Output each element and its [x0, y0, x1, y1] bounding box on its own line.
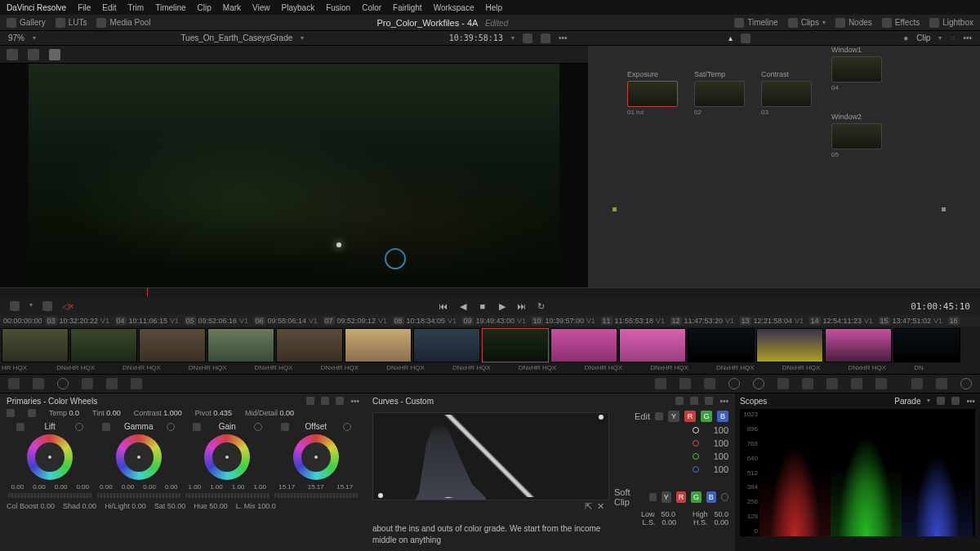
camera-raw-icon[interactable]	[8, 378, 20, 389]
clip-thumb[interactable]	[688, 328, 755, 362]
clip-thumb[interactable]	[2, 328, 69, 362]
node-graph[interactable]: Exposure01 hdSat/Temp02 Contrast03 Windo…	[588, 46, 980, 287]
timecode-display[interactable]: 10:39:58:13	[449, 33, 503, 42]
link-channels-icon[interactable]	[655, 412, 663, 420]
toggle-lightbox[interactable]: Lightbox	[929, 18, 973, 28]
channel-y-button[interactable]: Y	[668, 411, 679, 422]
clip-thumb[interactable]	[70, 328, 137, 362]
windows-icon[interactable]	[728, 378, 740, 389]
param-hue[interactable]: Hue 50.00	[194, 502, 228, 510]
menu-trim[interactable]: Trim	[128, 3, 145, 12]
picker-icon[interactable]	[193, 423, 201, 431]
wheel-gamma[interactable]: Gamma0.000.000.000.00	[96, 422, 183, 500]
play-reverse-button[interactable]: ◀	[458, 301, 468, 311]
color-match-icon[interactable]	[33, 378, 44, 389]
intensity-row[interactable]: 100	[614, 464, 728, 474]
softclip-g-button[interactable]: G	[691, 491, 701, 503]
mute-icon[interactable]: ◁×	[62, 301, 74, 312]
clip-name[interactable]: Tues_On_Earth_CaseysGrade	[180, 33, 292, 42]
param-temp[interactable]: Temp 0.0	[49, 409, 79, 417]
reset-icon[interactable]	[75, 423, 83, 431]
qualifier-icon[interactable]	[704, 378, 715, 389]
keyframes-icon[interactable]	[911, 378, 923, 389]
motion-effects-icon[interactable]	[131, 378, 142, 389]
toggle-mediapool[interactable]: Media Pool	[96, 18, 150, 28]
scopes-layout-icon[interactable]	[937, 397, 945, 405]
menu-fusion[interactable]: Fusion	[326, 3, 350, 12]
blur-icon[interactable]	[802, 378, 813, 389]
toggle-luts[interactable]: LUTs	[56, 18, 87, 28]
menu-playback[interactable]: Playback	[282, 3, 315, 12]
clip-thumb[interactable]	[550, 328, 617, 362]
magic-mask-icon[interactable]	[777, 378, 789, 389]
intensity-row[interactable]: 100	[614, 425, 728, 435]
menu-color[interactable]: Color	[362, 3, 381, 12]
node-05[interactable]: Window205	[831, 113, 882, 158]
bars-mode-icon[interactable]	[321, 397, 329, 405]
softclip-reset-icon[interactable]	[721, 493, 728, 501]
param-tint[interactable]: Tint 0.00	[92, 409, 121, 417]
split-screen-icon[interactable]	[42, 301, 52, 311]
param-hilight[interactable]: Hi/Light 0.00	[105, 502, 146, 510]
node-03[interactable]: Contrast03	[761, 70, 812, 116]
window-tool-icon[interactable]	[28, 49, 39, 60]
wheel-gain[interactable]: Gain1.001.001.001.00	[184, 422, 271, 500]
channel-g-button[interactable]: G	[701, 411, 712, 422]
log-mode-icon[interactable]	[336, 397, 344, 405]
wheel-lift[interactable]: Lift0.000.000.000.00	[7, 422, 94, 500]
hdr-wheels-icon[interactable]	[82, 378, 93, 389]
menu-timeline[interactable]: Timeline	[155, 3, 185, 12]
menu-file[interactable]: File	[78, 3, 91, 12]
scopes-expand-icon[interactable]	[951, 397, 960, 405]
menu-clip[interactable]: Clip	[198, 3, 212, 12]
clip-thumb[interactable]	[482, 328, 549, 362]
stop-button[interactable]: ■	[478, 301, 488, 311]
clip-thumb[interactable]	[139, 328, 206, 362]
menu-mark[interactable]: Mark	[223, 3, 241, 12]
picker-icon[interactable]	[16, 423, 24, 431]
param-colboost[interactable]: Col Boost 0.00	[7, 502, 55, 510]
node-04[interactable]: Window104	[831, 46, 882, 91]
loop-icon[interactable]	[523, 33, 532, 43]
graph-input-icon[interactable]	[612, 207, 617, 211]
color-warper-icon[interactable]	[679, 378, 691, 389]
clip-thumb[interactable]	[276, 328, 343, 362]
reset-icon[interactable]	[343, 423, 351, 431]
menu-view[interactable]: View	[252, 3, 270, 12]
clip-thumb[interactable]	[345, 328, 412, 362]
channel-b-button[interactable]: B	[717, 411, 728, 422]
awb-icon[interactable]	[28, 409, 36, 417]
rgb-mixer-icon[interactable]	[106, 378, 118, 389]
param-sat[interactable]: Sat 50.00	[154, 502, 186, 510]
picker-icon[interactable]	[102, 423, 110, 431]
loop-button[interactable]: ↻	[537, 301, 546, 311]
menu-app[interactable]: DaVinci Resolve	[7, 3, 66, 12]
popout-icon[interactable]: ⇱	[585, 501, 592, 512]
link-softclip-icon[interactable]	[649, 493, 657, 501]
close-icon[interactable]: ✕	[597, 501, 604, 512]
clip-thumb[interactable]	[413, 328, 480, 362]
3d-icon[interactable]	[875, 378, 887, 389]
param-pivot[interactable]: Pivot 0.435	[195, 409, 232, 417]
clip-thumb[interactable]	[207, 328, 274, 362]
key-icon[interactable]	[826, 378, 838, 389]
node-scope-dropdown[interactable]: Clip	[916, 33, 930, 42]
expand-curves-icon[interactable]	[705, 397, 713, 405]
softclip-b-button[interactable]: B	[706, 491, 716, 503]
toggle-effects[interactable]: Effects	[882, 18, 920, 28]
clip-thumb[interactable]	[893, 328, 960, 362]
openfx-tool-icon[interactable]	[49, 49, 60, 60]
thumbnail-strip[interactable]	[0, 327, 980, 364]
viewer-mode-icon[interactable]	[10, 301, 20, 311]
curve-editor[interactable]	[372, 412, 609, 500]
node-01[interactable]: Exposure01 hd	[627, 70, 678, 116]
toggle-nodes[interactable]: Nodes	[835, 18, 872, 28]
softclip-r-button[interactable]: R	[676, 491, 686, 503]
viewer-image[interactable]	[29, 64, 559, 287]
menu-fairlight[interactable]: Fairlight	[393, 3, 422, 12]
param-middetail[interactable]: Mid/Detail 0.00	[245, 409, 294, 417]
scopes-toggle-icon[interactable]	[936, 378, 947, 389]
scopes-mode-dropdown[interactable]: Parade	[894, 397, 920, 406]
node-02[interactable]: Sat/Temp02	[694, 70, 745, 116]
next-clip-button[interactable]: ⏭	[517, 301, 527, 311]
